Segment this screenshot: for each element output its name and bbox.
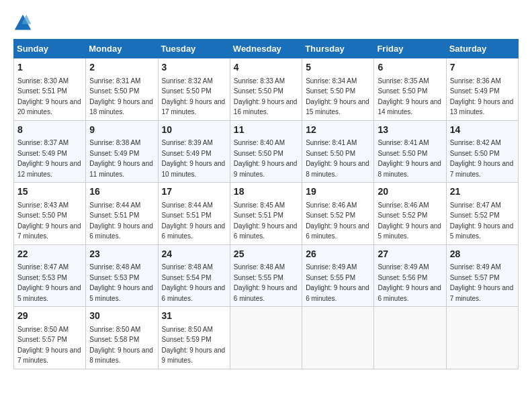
column-header-tuesday: Tuesday	[158, 40, 230, 58]
day-number: 28	[450, 248, 515, 261]
day-number: 16	[89, 185, 154, 199]
day-info: Sunrise: 8:49 AMSunset: 5:56 PMDaylight:…	[378, 263, 441, 302]
day-info: Sunrise: 8:38 AMSunset: 5:49 PMDaylight:…	[89, 139, 153, 178]
day-info: Sunrise: 8:46 AMSunset: 5:52 PMDaylight:…	[378, 201, 441, 240]
calendar-cell: 18Sunrise: 8:45 AMSunset: 5:51 PMDayligh…	[230, 183, 302, 245]
day-info: Sunrise: 8:50 AMSunset: 5:57 PMDaylight:…	[17, 326, 81, 365]
day-info: Sunrise: 8:43 AMSunset: 5:50 PMDaylight:…	[17, 201, 81, 240]
calendar-cell: 4Sunrise: 8:33 AMSunset: 5:50 PMDaylight…	[230, 58, 302, 121]
column-header-monday: Monday	[86, 40, 158, 58]
day-number: 6	[378, 61, 442, 75]
day-info: Sunrise: 8:50 AMSunset: 5:58 PMDaylight:…	[89, 326, 153, 365]
calendar-table: SundayMondayTuesdayWednesdayThursdayFrid…	[13, 39, 519, 369]
day-number: 4	[234, 61, 298, 75]
day-number: 22	[17, 248, 82, 261]
calendar-cell	[302, 307, 374, 369]
day-info: Sunrise: 8:47 AMSunset: 5:52 PMDaylight:…	[450, 201, 514, 240]
day-info: Sunrise: 8:41 AMSunset: 5:50 PMDaylight:…	[378, 139, 441, 178]
logo-icon	[13, 13, 32, 32]
day-number: 18	[234, 185, 298, 199]
calendar-cell	[374, 307, 446, 369]
day-info: Sunrise: 8:46 AMSunset: 5:52 PMDaylight:…	[306, 201, 369, 240]
day-info: Sunrise: 8:49 AMSunset: 5:57 PMDaylight:…	[450, 263, 514, 302]
day-number: 12	[306, 124, 370, 137]
calendar-cell: 9Sunrise: 8:38 AMSunset: 5:49 PMDaylight…	[86, 120, 158, 183]
calendar-cell: 30Sunrise: 8:50 AMSunset: 5:58 PMDayligh…	[86, 307, 158, 369]
calendar-cell: 28Sunrise: 8:49 AMSunset: 5:57 PMDayligh…	[446, 244, 518, 307]
day-number: 1	[17, 61, 82, 75]
day-info: Sunrise: 8:48 AMSunset: 5:55 PMDaylight:…	[234, 263, 298, 302]
day-info: Sunrise: 8:33 AMSunset: 5:50 PMDaylight:…	[234, 77, 298, 116]
day-number: 5	[306, 61, 370, 75]
day-number: 10	[162, 124, 226, 137]
day-info: Sunrise: 8:50 AMSunset: 5:59 PMDaylight:…	[162, 326, 226, 365]
column-header-thursday: Thursday	[302, 40, 374, 58]
day-info: Sunrise: 8:42 AMSunset: 5:50 PMDaylight:…	[450, 139, 514, 178]
day-info: Sunrise: 8:44 AMSunset: 5:51 PMDaylight:…	[162, 201, 226, 240]
calendar-cell: 7Sunrise: 8:36 AMSunset: 5:49 PMDaylight…	[446, 58, 518, 121]
day-info: Sunrise: 8:35 AMSunset: 5:50 PMDaylight:…	[378, 77, 441, 116]
day-number: 23	[89, 248, 154, 261]
day-number: 31	[162, 310, 226, 323]
day-info: Sunrise: 8:41 AMSunset: 5:50 PMDaylight:…	[306, 139, 369, 178]
day-info: Sunrise: 8:44 AMSunset: 5:51 PMDaylight:…	[89, 201, 153, 240]
calendar-cell: 21Sunrise: 8:47 AMSunset: 5:52 PMDayligh…	[446, 183, 518, 245]
calendar-cell: 20Sunrise: 8:46 AMSunset: 5:52 PMDayligh…	[374, 183, 446, 245]
calendar-cell: 31Sunrise: 8:50 AMSunset: 5:59 PMDayligh…	[158, 307, 230, 369]
calendar-cell: 29Sunrise: 8:50 AMSunset: 5:57 PMDayligh…	[14, 307, 86, 369]
calendar-cell: 25Sunrise: 8:48 AMSunset: 5:55 PMDayligh…	[230, 244, 302, 307]
calendar-cell: 19Sunrise: 8:46 AMSunset: 5:52 PMDayligh…	[302, 183, 374, 245]
day-number: 20	[378, 185, 442, 199]
calendar-cell: 2Sunrise: 8:31 AMSunset: 5:50 PMDaylight…	[86, 58, 158, 121]
calendar-cell: 6Sunrise: 8:35 AMSunset: 5:50 PMDaylight…	[374, 58, 446, 121]
day-info: Sunrise: 8:48 AMSunset: 5:53 PMDaylight:…	[89, 263, 153, 302]
calendar-cell: 17Sunrise: 8:44 AMSunset: 5:51 PMDayligh…	[158, 183, 230, 245]
day-number: 9	[89, 124, 154, 137]
logo	[13, 13, 35, 32]
day-number: 8	[17, 124, 82, 137]
calendar-cell: 3Sunrise: 8:32 AMSunset: 5:50 PMDaylight…	[158, 58, 230, 121]
day-number: 13	[378, 124, 442, 137]
day-info: Sunrise: 8:34 AMSunset: 5:50 PMDaylight:…	[306, 77, 369, 116]
calendar-cell: 22Sunrise: 8:47 AMSunset: 5:53 PMDayligh…	[14, 244, 86, 307]
day-number: 17	[162, 185, 226, 199]
calendar-cell: 11Sunrise: 8:40 AMSunset: 5:50 PMDayligh…	[230, 120, 302, 183]
calendar-cell: 15Sunrise: 8:43 AMSunset: 5:50 PMDayligh…	[14, 183, 86, 245]
day-number: 29	[17, 310, 82, 323]
calendar-cell: 23Sunrise: 8:48 AMSunset: 5:53 PMDayligh…	[86, 244, 158, 307]
day-info: Sunrise: 8:49 AMSunset: 5:55 PMDaylight:…	[306, 263, 369, 302]
day-number: 7	[450, 61, 515, 75]
calendar-cell: 1Sunrise: 8:30 AMSunset: 5:51 PMDaylight…	[14, 58, 86, 121]
calendar-cell: 26Sunrise: 8:49 AMSunset: 5:55 PMDayligh…	[302, 244, 374, 307]
day-number: 30	[89, 310, 154, 323]
day-number: 3	[162, 61, 226, 75]
day-number: 19	[306, 185, 370, 199]
day-number: 27	[378, 248, 442, 261]
calendar-cell: 16Sunrise: 8:44 AMSunset: 5:51 PMDayligh…	[86, 183, 158, 245]
day-info: Sunrise: 8:31 AMSunset: 5:50 PMDaylight:…	[89, 77, 153, 116]
column-header-wednesday: Wednesday	[230, 40, 302, 58]
calendar-cell: 14Sunrise: 8:42 AMSunset: 5:50 PMDayligh…	[446, 120, 518, 183]
calendar-cell: 13Sunrise: 8:41 AMSunset: 5:50 PMDayligh…	[374, 120, 446, 183]
day-info: Sunrise: 8:48 AMSunset: 5:54 PMDaylight:…	[162, 263, 226, 302]
day-number: 14	[450, 124, 515, 137]
day-number: 25	[234, 248, 298, 261]
day-info: Sunrise: 8:37 AMSunset: 5:49 PMDaylight:…	[17, 139, 81, 178]
day-info: Sunrise: 8:47 AMSunset: 5:53 PMDaylight:…	[17, 263, 81, 302]
day-info: Sunrise: 8:36 AMSunset: 5:49 PMDaylight:…	[450, 77, 514, 116]
day-info: Sunrise: 8:30 AMSunset: 5:51 PMDaylight:…	[17, 77, 81, 116]
calendar-cell: 12Sunrise: 8:41 AMSunset: 5:50 PMDayligh…	[302, 120, 374, 183]
day-number: 26	[306, 248, 370, 261]
day-info: Sunrise: 8:39 AMSunset: 5:49 PMDaylight:…	[162, 139, 226, 178]
page-header	[13, 13, 519, 32]
day-info: Sunrise: 8:32 AMSunset: 5:50 PMDaylight:…	[162, 77, 226, 116]
calendar-cell: 5Sunrise: 8:34 AMSunset: 5:50 PMDaylight…	[302, 58, 374, 121]
day-info: Sunrise: 8:40 AMSunset: 5:50 PMDaylight:…	[234, 139, 298, 178]
calendar-cell	[230, 307, 302, 369]
calendar-cell: 8Sunrise: 8:37 AMSunset: 5:49 PMDaylight…	[14, 120, 86, 183]
calendar-cell: 27Sunrise: 8:49 AMSunset: 5:56 PMDayligh…	[374, 244, 446, 307]
column-header-sunday: Sunday	[14, 40, 86, 58]
day-number: 11	[234, 124, 298, 137]
column-header-saturday: Saturday	[446, 40, 518, 58]
calendar-cell: 10Sunrise: 8:39 AMSunset: 5:49 PMDayligh…	[158, 120, 230, 183]
